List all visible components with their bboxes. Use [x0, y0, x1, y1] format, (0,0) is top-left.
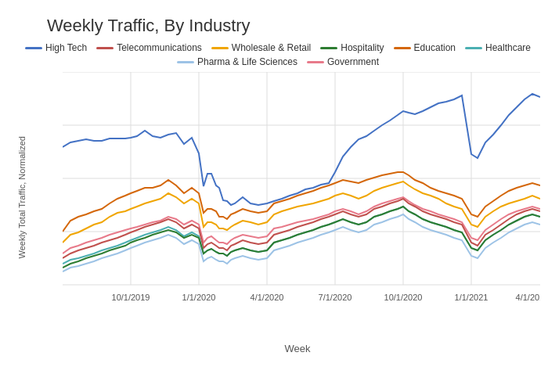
x-axis-label: Week: [63, 343, 532, 354]
legend-item: Hospitality: [320, 42, 384, 53]
legend-label: Hospitality: [341, 42, 384, 53]
legend-color: [96, 47, 114, 49]
education-line: [63, 172, 540, 232]
legend-color: [211, 47, 229, 49]
chart-legend: High TechTelecommunicationsWholesale & R…: [16, 42, 540, 67]
healthcare-line: [63, 207, 540, 264]
chart-svg: 0.00 0.25 0.50 0.75 1.00 10/1/2019 1/1/2…: [63, 72, 540, 338]
legend-color: [394, 47, 411, 49]
legend-color: [177, 61, 194, 63]
y-axis-label: Weekly Total Traffic, Normalized: [17, 136, 27, 259]
legend-color: [465, 47, 482, 49]
legend-label: Healthcare: [485, 42, 531, 53]
svg-text:4/1/2020: 4/1/2020: [251, 293, 284, 302]
legend-label: Wholesale & Retail: [232, 42, 311, 53]
svg-text:7/1/2020: 7/1/2020: [319, 293, 352, 302]
legend-color: [320, 47, 337, 49]
legend-item: Education: [394, 42, 456, 53]
legend-item: Healthcare: [465, 42, 531, 53]
chart-title: Weekly Traffic, By Industry: [47, 16, 540, 36]
svg-text:4/1/2021: 4/1/2021: [516, 293, 540, 302]
svg-text:1/1/2020: 1/1/2020: [182, 293, 216, 302]
legend-color: [307, 61, 324, 63]
legend-color: [25, 47, 42, 49]
legend-label: Telecommunications: [117, 42, 202, 53]
hightech-line: [63, 94, 540, 205]
svg-text:10/1/2020: 10/1/2020: [384, 293, 423, 302]
legend-label: Pharma & Life Sciences: [197, 56, 297, 67]
chart-container: Weekly Traffic, By Industry High TechTel…: [0, 0, 548, 392]
svg-text:10/1/2019: 10/1/2019: [112, 293, 150, 302]
legend-item: Pharma & Life Sciences: [177, 56, 297, 67]
legend-item: High Tech: [25, 42, 87, 53]
legend-label: Government: [327, 56, 379, 67]
legend-item: Wholesale & Retail: [211, 42, 311, 53]
legend-item: Telecommunications: [96, 42, 202, 53]
legend-label: Education: [414, 42, 456, 53]
legend-label: High Tech: [45, 42, 87, 53]
svg-text:1/1/2021: 1/1/2021: [455, 293, 489, 302]
legend-item: Government: [307, 56, 379, 67]
